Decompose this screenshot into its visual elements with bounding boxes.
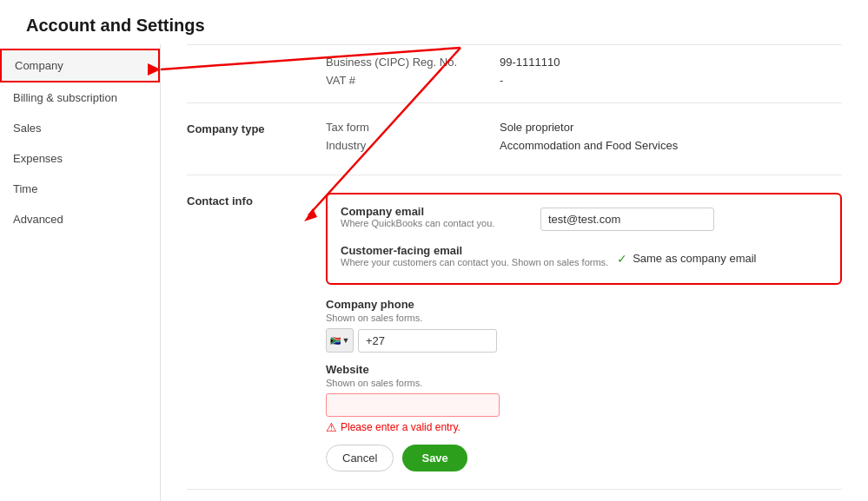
phone-label: Company phone (326, 298, 842, 311)
sidebar-item-label: Sales (13, 122, 42, 135)
website-error: ⚠ Please enter a valid entry. (326, 420, 842, 434)
customer-email-label: Customer-facing email (341, 244, 608, 257)
checkbox-checked-icon[interactable]: ✓ (617, 252, 627, 266)
industry-row: Industry Accommodation and Food Services (326, 139, 842, 152)
contact-info-box: Company email Where QuickBooks can conta… (326, 193, 842, 285)
tax-form-value: Sole proprietor (500, 121, 573, 134)
tax-form-row: Tax form Sole proprietor (326, 121, 842, 134)
business-reg-row: Business (CIPC) Reg. No. 99-1111110 (326, 56, 842, 69)
company-email-sublabel: Where QuickBooks can contact you. (341, 218, 532, 228)
company-type-section: Company type Tax form Sole proprietor In… (187, 102, 842, 175)
sidebar-item-label: Billing & subscription (13, 91, 117, 104)
tax-form-label: Tax form (326, 121, 500, 134)
phone-section: Company phone Shown on sales forms. 🇿🇦 ▼ (326, 298, 842, 353)
website-sublabel: Shown on sales forms. (326, 378, 842, 388)
sidebar-item-expenses[interactable]: Expenses (0, 143, 160, 174)
flag-emoji: 🇿🇦 (330, 336, 341, 346)
sidebar-item-label: Company (15, 59, 63, 72)
industry-value: Accommodation and Food Services (500, 139, 678, 152)
website-input[interactable] (326, 393, 500, 417)
sidebar-item-sales[interactable]: Sales (0, 113, 160, 143)
cancel-button[interactable]: Cancel (326, 445, 394, 471)
same-as-company-email-row: ✓ Same as company email (617, 252, 756, 266)
contact-info-fields: Company email Where QuickBooks can conta… (326, 193, 842, 471)
website-error-text: Please enter a valid entry. (341, 421, 461, 433)
sidebar: Company Billing & subscription Sales Exp… (0, 44, 161, 501)
website-section: Website Shown on sales forms. ⚠ Please e… (326, 363, 842, 434)
company-email-label: Company email (341, 205, 532, 218)
business-reg-label: Business (CIPC) Reg. No. (326, 56, 500, 69)
sidebar-item-label: Advanced (13, 213, 63, 226)
business-reg-value: 99-1111110 (500, 56, 560, 69)
error-icon: ⚠ (326, 420, 337, 434)
sidebar-item-label: Expenses (13, 152, 63, 165)
sidebar-item-time[interactable]: Time (0, 174, 160, 204)
phone-row: 🇿🇦 ▼ (326, 328, 842, 353)
phone-input[interactable] (358, 329, 497, 353)
sidebar-item-advanced[interactable]: Advanced (0, 204, 160, 234)
company-email-input[interactable] (540, 208, 714, 231)
top-section: Business (CIPC) Reg. No. 99-1111110 VAT … (187, 44, 842, 102)
page-title: Account and Settings (0, 0, 868, 44)
top-fields: Business (CIPC) Reg. No. 99-1111110 VAT … (326, 56, 842, 92)
main-content: Business (CIPC) Reg. No. 99-1111110 VAT … (161, 44, 868, 501)
vat-value: - (500, 74, 503, 87)
vat-label: VAT # (326, 74, 500, 87)
sidebar-item-billing[interactable]: Billing & subscription (0, 82, 160, 113)
company-type-label: Company type (187, 121, 326, 157)
address-section: Address Company address - Customer-facin… (187, 489, 842, 501)
phone-sublabel: Shown on sales forms. (326, 313, 842, 323)
company-email-field: Company email Where QuickBooks can conta… (341, 205, 827, 234)
chevron-down-icon: ▼ (342, 336, 350, 345)
industry-label: Industry (326, 139, 500, 152)
button-row: Cancel Save (326, 445, 842, 471)
save-button[interactable]: Save (402, 445, 467, 471)
phone-flag-button[interactable]: 🇿🇦 ▼ (326, 328, 354, 353)
content-area: Company Billing & subscription Sales Exp… (0, 44, 868, 501)
sidebar-item-company[interactable]: Company (0, 49, 160, 82)
contact-info-label: Contact info (187, 193, 326, 471)
sidebar-item-label: Time (13, 182, 37, 195)
customer-email-field: Customer-facing email Where your custome… (341, 244, 827, 273)
customer-email-sublabel: Where your customers can contact you. Sh… (341, 257, 608, 267)
page-wrapper: Account and Settings Company Billing & s… (0, 0, 868, 501)
vat-row: VAT # - (326, 74, 842, 87)
contact-info-section: Contact info Company email Where QuickBo… (187, 175, 842, 489)
same-as-company-email-label: Same as company email (633, 252, 756, 265)
website-label: Website (326, 363, 842, 376)
top-section-label (187, 56, 326, 92)
company-type-fields: Tax form Sole proprietor Industry Accomm… (326, 121, 842, 157)
